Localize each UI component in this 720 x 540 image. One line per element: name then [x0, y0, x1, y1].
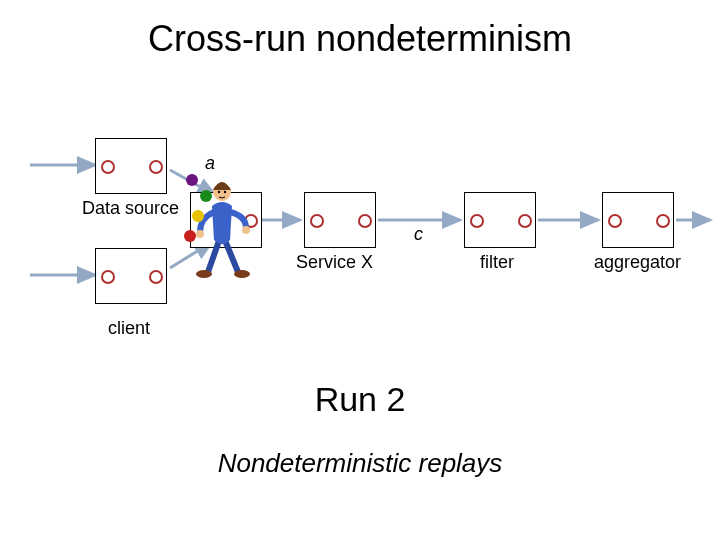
port-out-icon: [358, 214, 372, 228]
node-filter: [464, 192, 536, 248]
port-in-icon: [310, 214, 324, 228]
port-in-icon: [470, 214, 484, 228]
port-in-icon: [101, 270, 115, 284]
svg-point-9: [234, 270, 250, 278]
page-title: Cross-run nondeterminism: [0, 18, 720, 60]
footer-text: Nondeterministic replays: [0, 448, 720, 479]
node-service-x: [304, 192, 376, 248]
node-aggregator: [602, 192, 674, 248]
annotation-c: c: [414, 224, 423, 245]
svg-point-14: [224, 191, 226, 193]
ball-icon: [184, 230, 196, 242]
label-service-x: Service X: [296, 252, 373, 273]
svg-point-13: [218, 191, 220, 193]
label-data-source: Data source: [82, 198, 179, 219]
svg-point-10: [196, 230, 204, 238]
juggler-icon: [190, 168, 260, 278]
label-aggregator: aggregator: [594, 252, 681, 273]
port-out-icon: [149, 270, 163, 284]
label-client: client: [108, 318, 150, 339]
label-filter: filter: [480, 252, 514, 273]
slide: Cross-run nondeterminism Data source a: [0, 0, 720, 540]
node-data-source: [95, 138, 167, 194]
port-out-icon: [656, 214, 670, 228]
svg-point-8: [196, 270, 212, 278]
port-out-icon: [518, 214, 532, 228]
ball-icon: [186, 174, 198, 186]
run-label: Run 2: [0, 380, 720, 419]
ball-icon: [200, 190, 212, 202]
ball-icon: [192, 210, 204, 222]
svg-point-11: [242, 226, 250, 234]
node-client-source: [95, 248, 167, 304]
port-in-icon: [608, 214, 622, 228]
port-in-icon: [101, 160, 115, 174]
port-out-icon: [149, 160, 163, 174]
